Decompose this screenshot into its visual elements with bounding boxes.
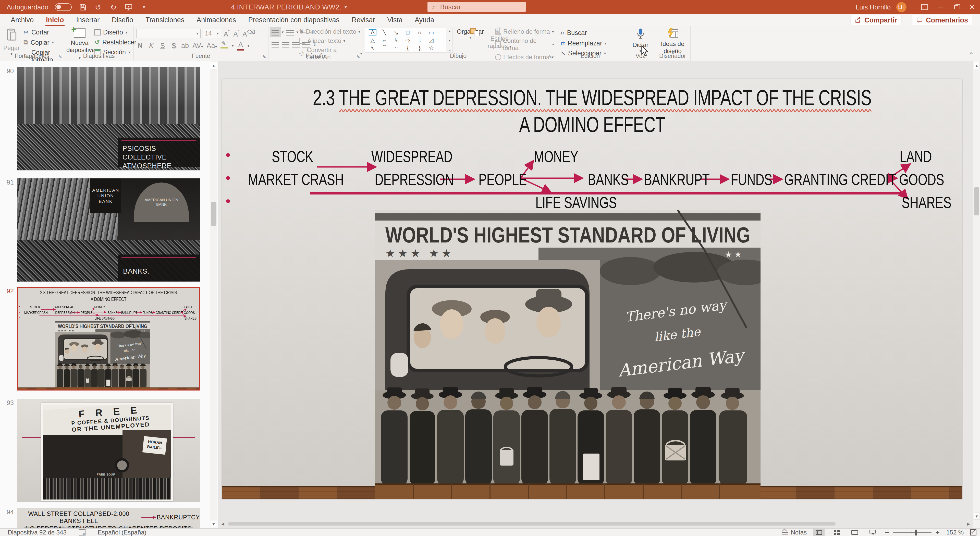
curve-shape-icon[interactable]: ~ — [390, 44, 402, 52]
autosave-toggle[interactable] — [55, 3, 72, 11]
copy-button[interactable]: ⧉Copiar▾ — [24, 38, 64, 46]
shrink-font-button[interactable]: Aˇ — [233, 29, 240, 38]
diagram-word-stock[interactable]: STOCK — [272, 148, 313, 166]
zoom-level[interactable]: 152 % — [946, 529, 964, 536]
diagram-word-goods[interactable]: GOODS — [899, 170, 944, 189]
scroll-down-icon[interactable]: ▼ — [210, 520, 217, 528]
rounded-rectangle-shape-icon[interactable]: ▭ — [425, 29, 437, 37]
billboard-photo[interactable]: WORLD'S HIGHEST STANDARD OF LIVING ★ ★ ★… — [375, 210, 760, 499]
shape-outline-button[interactable]: Contorno de forma▾ — [495, 37, 554, 52]
paragraph-dialog-launcher-icon[interactable]: ⇘ — [356, 54, 360, 59]
vertical-scrollbar[interactable]: ▲ ▼ — [973, 61, 980, 528]
shapes-scroll-down-icon[interactable]: ▾ — [449, 38, 450, 42]
tab-vista[interactable]: Vista — [381, 14, 409, 26]
accessibility-checker-icon[interactable] — [79, 530, 86, 536]
strikethrough-button[interactable]: ab — [181, 42, 189, 50]
text-box-shape-icon[interactable]: A — [369, 29, 376, 35]
cut-button[interactable]: ✂Cortar — [24, 29, 64, 36]
scribble-shape-icon[interactable]: ∿ — [367, 44, 379, 52]
text-direction-button[interactable]: ⇅Dirección del texto▾ — [299, 28, 362, 35]
customize-qat-icon[interactable]: ▾ — [140, 3, 148, 11]
start-slideshow-icon[interactable] — [124, 3, 133, 11]
restore-button[interactable] — [948, 0, 964, 14]
reset-slide-button[interactable]: ↺Restablecer — [94, 38, 136, 46]
vscrollbar-thumb[interactable] — [974, 187, 979, 215]
numbering-button[interactable] — [286, 29, 294, 35]
star-shape-icon[interactable]: ☆ — [425, 44, 437, 52]
diagram-word-people[interactable]: PEOPLE — [479, 170, 527, 189]
share-button[interactable]: Compartir — [850, 15, 902, 25]
zoom-in-icon[interactable]: + — [935, 528, 940, 536]
zoom-slider[interactable] — [893, 532, 932, 533]
slide-canvas[interactable]: 2.3 THE GREAT DEPRESSION. THE WIDESPREAD… — [222, 79, 962, 499]
tab-transiciones[interactable]: Transiciones — [139, 14, 190, 26]
shapes-gallery-scrollbar[interactable]: ▴ ▾ ⌄ — [447, 28, 453, 52]
find-button[interactable]: ⌕Buscar — [560, 29, 607, 37]
hscrollbar-thumb[interactable] — [228, 522, 835, 525]
diagram-word-land[interactable]: LAND — [900, 148, 932, 166]
right-brace-shape-icon[interactable]: } — [414, 44, 425, 52]
comments-button[interactable]: Comentarios — [912, 15, 972, 25]
language-indicator[interactable]: Español (España) — [98, 529, 146, 536]
avatar[interactable]: LH — [896, 2, 907, 12]
slide-position[interactable]: Diapositiva 92 de 343 — [8, 529, 67, 536]
user-name[interactable]: Luis Horrillo — [856, 3, 891, 11]
tab-archivo[interactable]: Archivo — [5, 14, 40, 26]
scroll-left-icon[interactable]: ◀ — [220, 521, 226, 527]
minimize-button[interactable] — [932, 0, 948, 14]
diagram-word-banks[interactable]: BANKS — [588, 170, 628, 189]
diagram-word-shares[interactable]: SHARES — [902, 194, 951, 212]
replace-button[interactable]: ⇄Reemplazar▾ — [560, 40, 607, 47]
rectangle-shape-icon[interactable]: □ — [402, 29, 414, 37]
zoom-out-icon[interactable]: − — [885, 528, 889, 536]
scroll-right-icon[interactable]: ▶ — [965, 521, 972, 527]
close-button[interactable]: ✕ — [964, 0, 980, 14]
diagram-word-widespread[interactable]: WIDESPREAD — [371, 148, 452, 166]
save-icon[interactable] — [78, 3, 87, 11]
font-size-combo[interactable]: 14▾ — [203, 29, 221, 38]
clipboard-dialog-launcher-icon[interactable]: ⇘ — [58, 54, 62, 59]
undo-icon[interactable]: ↺ — [94, 3, 102, 11]
diagram-word-depression[interactable]: DEPRESSION — [375, 170, 454, 189]
highlight-color-button[interactable] — [221, 43, 228, 48]
character-spacing-button[interactable]: AV▾ — [192, 42, 203, 50]
thumbnail-scrollbar[interactable]: ▲ ▼ — [210, 61, 217, 528]
elbow-arrow-connector-icon[interactable]: ↳ — [390, 37, 402, 44]
arc-shape-icon[interactable]: ⌒ — [379, 44, 390, 52]
block-arrow-down-icon[interactable]: ⇩ — [414, 37, 425, 44]
tab-animaciones[interactable]: Animaciones — [190, 14, 242, 26]
tab-inicio[interactable]: Inicio — [40, 14, 70, 26]
tab-revisar[interactable]: Revisar — [345, 14, 381, 26]
ribbon-display-options-button[interactable] — [917, 0, 932, 14]
slideshow-view-button[interactable] — [867, 529, 878, 536]
horizontal-scrollbar[interactable]: ◀ ▶ — [220, 521, 972, 527]
reading-view-button[interactable] — [849, 529, 860, 536]
search-box[interactable]: ⌕ Buscar — [428, 2, 526, 12]
align-text-button[interactable]: Alinear texto▾ — [299, 37, 362, 45]
slide-thumbnail-90[interactable]: PSICOSIS COLLECTIVE ATMOSPHERE — [17, 67, 200, 170]
align-center-button[interactable] — [282, 41, 290, 48]
diagram-word-market-crash[interactable]: MARKET CRASH — [248, 170, 344, 189]
scroll-up-icon[interactable]: ▲ — [210, 62, 217, 69]
oval-shape-icon[interactable]: ○ — [414, 29, 425, 37]
zoom-slider-thumb[interactable] — [915, 530, 917, 536]
diagram-word-funds[interactable]: FUNDS — [731, 170, 772, 189]
document-title[interactable]: 4.INTERWAR PERIOD AND WW2. ▾ — [231, 0, 347, 14]
diagram-word-life-savings[interactable]: LIFE SAVINGS — [535, 194, 617, 212]
left-brace-shape-icon[interactable]: { — [402, 44, 414, 52]
redo-icon[interactable]: ↻ — [109, 3, 118, 11]
slide-layout-button[interactable]: Diseño▾ — [94, 29, 136, 36]
normal-view-button[interactable] — [813, 529, 824, 536]
text-shadow-button[interactable]: S — [170, 42, 178, 50]
clear-formatting-button[interactable]: A⌫ — [242, 29, 255, 38]
shapes-more-icon[interactable]: ⌄ — [448, 48, 451, 52]
italic-button[interactable]: K — [148, 42, 155, 50]
shape-fill-button[interactable]: Relleno de forma▾ — [495, 28, 554, 35]
freeform-shape-icon[interactable]: ◿ — [425, 37, 437, 44]
font-name-combo[interactable]: ▾ — [136, 29, 200, 38]
shapes-gallery[interactable]: A ╲ ↘ □ ○ ▭ △ ⌐ ↳ ⇨ ⇩ ◿ ∿ ⌒ ~ { } ☆ — [365, 28, 446, 52]
grow-font-button[interactable]: Aˆ — [223, 29, 231, 38]
scrollbar-thumb[interactable] — [211, 202, 216, 226]
align-right-button[interactable] — [292, 41, 300, 48]
bold-button[interactable]: N — [136, 42, 144, 50]
